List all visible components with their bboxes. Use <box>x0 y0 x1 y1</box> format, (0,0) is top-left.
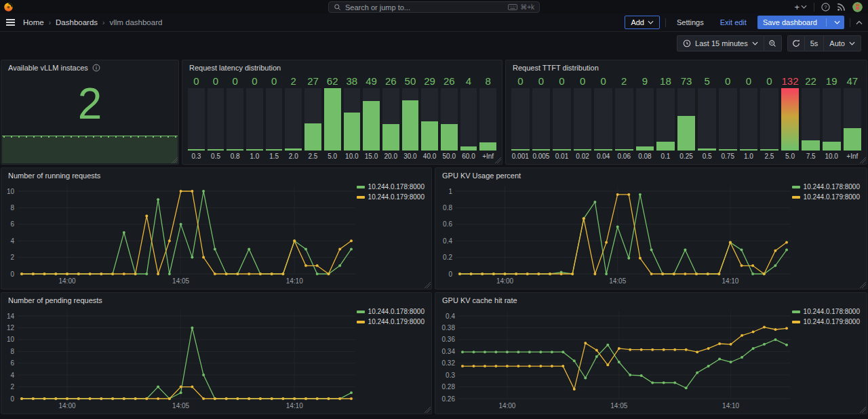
legend-item[interactable]: 10.244.0.179:8000 <box>357 318 425 325</box>
bar-fill <box>594 149 612 151</box>
divider <box>850 18 850 27</box>
panel-title[interactable]: GPU KV Usage percent <box>442 172 521 180</box>
panel-title[interactable]: GPU KV cache hit rate <box>442 296 517 304</box>
bar-column: 8+Inf <box>479 75 496 161</box>
legend-item[interactable]: 10.244.0.178:8000 <box>792 183 860 191</box>
legend-item[interactable]: 10.244.0.179:8000 <box>357 193 425 201</box>
resize-handle[interactable] <box>860 407 866 413</box>
new-menu-button[interactable]: + <box>794 2 807 12</box>
exit-edit-button[interactable]: Exit edit <box>715 16 752 29</box>
panel-title[interactable]: Available vLLM instaces <box>8 64 88 72</box>
legend-item[interactable]: 10.244.0.178:8000 <box>792 308 860 315</box>
save-options-chevron[interactable] <box>830 20 844 24</box>
chevron-right-icon: › <box>49 19 51 26</box>
zoom-out-button[interactable] <box>764 35 782 52</box>
breadcrumb-dashboards[interactable]: Dashboards <box>56 18 98 26</box>
avatar[interactable] <box>852 2 863 12</box>
info-icon[interactable] <box>92 64 100 72</box>
refresh-button[interactable] <box>787 35 805 52</box>
svg-text:?: ? <box>824 4 827 10</box>
bar-track <box>421 88 438 151</box>
bar-fill <box>460 146 477 151</box>
bar-category-label: 2.5 <box>309 151 318 161</box>
save-dashboard-button[interactable]: Save dashboard <box>757 16 844 29</box>
search-input[interactable]: Search or jump to... ⌘+k <box>328 1 540 13</box>
help-icon[interactable]: ? <box>821 3 830 12</box>
chevron-right-icon: › <box>102 19 104 26</box>
search-shortcut: ⌘+k <box>508 3 534 11</box>
refresh-interval[interactable]: 5s <box>805 35 825 52</box>
bar-fill <box>553 149 571 151</box>
svg-text:12: 12 <box>7 324 15 332</box>
bar-value: 0 <box>601 75 606 88</box>
bar-fill <box>740 149 758 151</box>
bar-fill <box>266 149 283 151</box>
top-nav-bar: Search or jump to... ⌘+k + ? <box>0 0 868 14</box>
resize-handle[interactable] <box>172 157 178 163</box>
bar-track <box>532 88 551 151</box>
refresh-mode-picker[interactable]: Auto <box>824 35 861 52</box>
bar-track <box>698 88 716 151</box>
news-icon[interactable] <box>837 3 846 12</box>
legend-item[interactable]: 10.244.0.179:8000 <box>792 193 860 201</box>
panel-title[interactable]: Number of running requests <box>8 172 100 180</box>
svg-text:14:00: 14:00 <box>58 277 75 285</box>
resize-handle[interactable] <box>860 282 866 288</box>
bar-fill <box>844 128 862 151</box>
panel-title[interactable]: Number of pending requests <box>8 296 102 304</box>
bar-category-label: 1.0 <box>744 151 753 161</box>
panel-title[interactable]: Request latency distribution <box>189 64 281 72</box>
breadcrumb-home[interactable]: Home <box>23 18 44 26</box>
bar-column: 2650.0 <box>441 75 458 161</box>
legend-item[interactable]: 10.244.0.179:8000 <box>792 318 860 325</box>
bar-track <box>844 88 862 151</box>
svg-text:14:00: 14:00 <box>496 277 513 285</box>
resize-handle[interactable] <box>860 157 866 163</box>
resize-handle[interactable] <box>425 282 431 288</box>
bar-track <box>441 88 458 151</box>
time-range-picker[interactable]: Last 15 minutes <box>677 35 764 52</box>
bar-fill <box>656 142 675 151</box>
bar-track <box>266 88 283 151</box>
menu-toggle-icon[interactable] <box>6 19 15 26</box>
bar-track <box>760 88 778 151</box>
add-button[interactable]: Add <box>625 16 660 29</box>
bar-fill <box>802 140 820 151</box>
bar-column: 50.5 <box>698 75 716 161</box>
series-swatch <box>792 186 800 188</box>
svg-text:8: 8 <box>10 348 14 355</box>
legend-item[interactable]: 10.244.0.178:8000 <box>357 308 425 315</box>
svg-text:0.8: 0.8 <box>443 204 452 212</box>
bar-track <box>363 88 380 151</box>
series-swatch <box>792 311 800 313</box>
svg-text:0.6: 0.6 <box>443 220 452 228</box>
bar-category-label: 0.1 <box>661 151 671 161</box>
bar-fill <box>421 121 438 151</box>
bar-value: 9 <box>642 75 648 88</box>
collapse-chevron-icon[interactable] <box>856 20 863 25</box>
settings-button[interactable]: Settings <box>671 16 709 29</box>
legend-item[interactable]: 10.244.0.178:8000 <box>357 183 425 191</box>
svg-text:0.3: 0.3 <box>446 372 455 379</box>
bar-track <box>246 88 263 151</box>
series-line-0 <box>22 191 351 274</box>
resize-handle[interactable] <box>495 157 501 163</box>
panel-title[interactable]: Request TTFT distribution <box>513 64 599 72</box>
bar-track <box>615 88 633 151</box>
svg-text:0.2: 0.2 <box>443 254 452 261</box>
grafana-logo[interactable] <box>3 2 14 12</box>
resize-handle[interactable] <box>425 407 431 413</box>
bar-fill <box>324 88 341 151</box>
bar-track <box>740 88 758 151</box>
breadcrumb-current: vllm dashboard <box>109 18 162 26</box>
svg-text:8: 8 <box>10 204 14 212</box>
svg-text:2: 2 <box>10 254 14 261</box>
bar-column: 00.02 <box>574 75 592 161</box>
bar-column: 00.75 <box>719 75 737 161</box>
bar-track <box>656 88 675 151</box>
series-line-1 <box>462 327 787 389</box>
bar-fill <box>402 100 419 151</box>
bar-fill <box>382 124 399 151</box>
bar-category-label: 7.5 <box>806 151 816 161</box>
bar-track <box>344 88 361 151</box>
